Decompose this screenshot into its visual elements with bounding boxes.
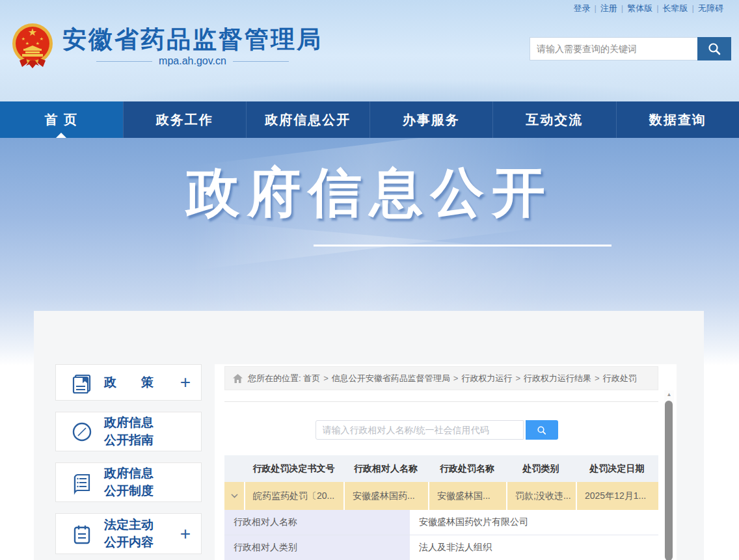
breadcrumb-home[interactable]: 首页	[303, 373, 320, 384]
scroll-up-arrow-icon[interactable]: ▲	[664, 392, 674, 397]
domain-rule-right	[233, 61, 289, 62]
sidebar-item-disclosure-guide[interactable]: 政府信息 公开指南	[55, 412, 202, 451]
detail-label: 行政相对人类别	[224, 535, 410, 560]
svg-text:★: ★	[21, 36, 25, 41]
policy-book-icon	[69, 369, 95, 395]
nav-government-work[interactable]: 政务工作	[123, 101, 247, 138]
utility-links: 登录|注册|繁体版|长辈版|无障碍	[573, 3, 723, 14]
panel-divider	[224, 401, 658, 402]
sidebar-item-statutory-disclosure[interactable]: 法定主动 公开内容 +	[55, 513, 202, 554]
sidebar-item-policy[interactable]: 政 策 +	[55, 364, 202, 401]
cell-decision-number: 皖药监药处罚〔20...	[244, 482, 343, 510]
detail-row-party-name: 行政相对人名称 安徽盛林国药饮片有限公司	[224, 510, 658, 535]
header-penalty-type: 处罚类别	[506, 455, 576, 482]
site-header: 登录|注册|繁体版|长辈版|无障碍 ★ ★ ★ ★ ★ 安徽省药品监督管理局	[0, 0, 739, 101]
content-scrollbar[interactable]: ▲	[664, 390, 674, 560]
compass-icon	[69, 419, 95, 445]
sidebar: 政 策 + 政府信息 公开指南	[55, 364, 202, 560]
cell-penalty-name: 安徽盛林国...	[428, 482, 506, 510]
header-decision-number: 行政处罚决定书文号	[244, 455, 343, 482]
banner-underline	[314, 245, 611, 247]
svg-text:★: ★	[36, 41, 40, 46]
header-penalty-name: 行政处罚名称	[428, 455, 506, 482]
sidebar-item-label: 法定主动 公开内容	[104, 516, 154, 551]
national-emblem-icon: ★ ★ ★ ★ ★	[12, 21, 53, 72]
breadcrumb-power-results[interactable]: 行政权力运行结果	[524, 373, 591, 384]
link-separator: |	[656, 3, 658, 13]
sidebar-item-label: 政府信息 公开制度	[104, 465, 154, 500]
clipboard-icon	[69, 521, 95, 547]
site-domain-text: mpa.ah.gov.cn	[159, 55, 226, 67]
brand-text: 安徽省药品监督管理局 mpa.ah.gov.cn	[62, 27, 323, 68]
site-search-button[interactable]	[697, 37, 731, 60]
breadcrumb-separator: >	[323, 373, 329, 383]
header-party-name: 行政相对人名称	[343, 455, 428, 482]
domain-rule-left	[96, 61, 152, 62]
expand-cell[interactable]	[224, 482, 244, 510]
breadcrumb-separator: >	[515, 373, 520, 383]
svg-text:★: ★	[28, 27, 37, 38]
detail-row-party-type: 行政相对人类别 法人及非法人组织	[224, 535, 658, 560]
traditional-version-link[interactable]: 繁体版	[627, 3, 652, 13]
breadcrumb-separator: >	[453, 373, 459, 383]
table-row[interactable]: 皖药监药处罚〔20... 安徽盛林国药... 安徽盛林国... 罚款;没收违..…	[224, 482, 658, 510]
cell-party-name: 安徽盛林国药...	[343, 482, 428, 510]
rules-book-icon	[69, 470, 95, 496]
table-header-row: 行政处罚决定书文号 行政相对人名称 行政处罚名称 处罚类别 处罚决定日期	[224, 455, 658, 482]
svg-text:★: ★	[40, 36, 44, 41]
sidebar-item-disclosure-rules[interactable]: 政府信息 公开制度	[55, 462, 202, 502]
scrollbar-thumb[interactable]	[665, 401, 673, 560]
svg-text:★: ★	[25, 41, 29, 46]
breadcrumb-prefix: 您所在的位置:	[248, 373, 301, 384]
banner-title: 政府信息公开	[0, 157, 739, 229]
table-search-input[interactable]	[316, 420, 524, 440]
site-domain: mpa.ah.gov.cn	[62, 55, 323, 67]
detail-value: 安徽盛林国药饮片有限公司	[410, 510, 658, 535]
nav-home[interactable]: 首 页	[0, 101, 123, 138]
login-link[interactable]: 登录	[573, 3, 590, 13]
detail-value: 法人及非法人组织	[410, 535, 658, 560]
sidebar-item-label: 政府信息 公开指南	[104, 414, 154, 449]
home-icon	[233, 374, 243, 383]
breadcrumb-power-operation[interactable]: 行政权力运行	[461, 373, 512, 384]
site-title: 安徽省药品监督管理局	[62, 27, 323, 53]
detail-label: 行政相对人名称	[224, 510, 410, 535]
main-panel: 您所在的位置: 首页 > 信息公开安徽省药品监督管理局 > 行政权力运行 > 行…	[215, 364, 677, 560]
nav-data-query[interactable]: 数据查询	[616, 101, 739, 138]
breadcrumb-penalty[interactable]: 行政处罚	[603, 373, 637, 384]
link-separator: |	[594, 3, 596, 13]
expand-plus-icon[interactable]: +	[180, 525, 191, 543]
breadcrumb-disclosure[interactable]: 信息公开安徽省药品监督管理局	[332, 373, 450, 384]
link-separator: |	[692, 3, 694, 13]
header-decision-date: 处罚决定日期	[576, 455, 658, 482]
site-search	[530, 37, 731, 60]
breadcrumb-separator: >	[595, 373, 600, 383]
site-brand[interactable]: ★ ★ ★ ★ ★ 安徽省药品监督管理局 mpa.ah.gov.cn	[12, 21, 323, 72]
table-search	[215, 420, 658, 440]
breadcrumb: 您所在的位置: 首页 > 信息公开安徽省药品监督管理局 > 行政权力运行 > 行…	[224, 366, 658, 390]
accessibility-link[interactable]: 无障碍	[698, 3, 723, 13]
sidebar-item-label: 政 策	[104, 374, 154, 392]
chevron-down-icon	[231, 494, 238, 498]
nav-interaction[interactable]: 互动交流	[492, 101, 616, 138]
site-search-input[interactable]	[530, 37, 697, 60]
page: 登录|注册|繁体版|长辈版|无障碍 ★ ★ ★ ★ ★ 安徽省药品监督管理局	[0, 0, 739, 560]
link-separator: |	[621, 3, 623, 13]
expand-plus-icon[interactable]: +	[180, 373, 191, 392]
cell-penalty-type: 罚款;没收违...	[506, 482, 576, 510]
search-icon	[707, 42, 721, 56]
elder-version-link[interactable]: 长辈版	[663, 3, 688, 13]
search-icon	[537, 425, 546, 435]
nav-services[interactable]: 办事服务	[370, 101, 493, 138]
main-nav: 首 页 政务工作 政府信息公开 办事服务 互动交流 数据查询	[0, 101, 739, 138]
penalty-table: 行政处罚决定书文号 行政相对人名称 行政处罚名称 处罚类别 处罚决定日期 皖药监…	[224, 455, 658, 560]
cell-decision-date: 2025年12月1...	[576, 482, 658, 510]
nav-information-disclosure[interactable]: 政府信息公开	[246, 101, 370, 138]
header-expand-col	[224, 455, 244, 482]
register-link[interactable]: 注册	[600, 3, 617, 13]
table-search-button[interactable]	[526, 420, 558, 440]
